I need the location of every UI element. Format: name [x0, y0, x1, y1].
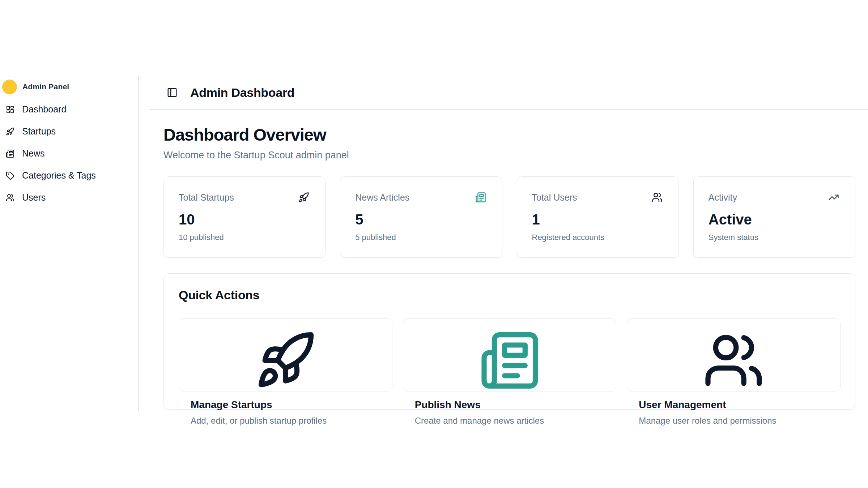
quick-action-description: Create and manage news articles: [415, 416, 605, 426]
stat-card-total-startups: Total Startups 10 10 published: [163, 176, 326, 258]
page-title: Admin Dashboard: [190, 86, 294, 100]
topbar: Admin Dashboard: [149, 76, 868, 110]
stat-card-header: Activity: [709, 192, 839, 203]
users-icon: [639, 330, 829, 391]
newspaper-icon: [475, 192, 486, 203]
rocket-icon: [298, 192, 309, 203]
sidebar-item-categories-tags[interactable]: Categories & Tags: [0, 164, 138, 187]
stat-value: 5: [355, 211, 486, 227]
sidebar-item-news[interactable]: News: [0, 142, 138, 164]
stat-label: Total Startups: [179, 192, 234, 203]
quick-action-user-management[interactable]: User Management Manage user roles and pe…: [627, 318, 841, 391]
stat-card-news-articles: News Articles 5 5 published: [340, 176, 502, 258]
sidebar-nav: Dashboard Startups News Categories & Tag…: [0, 98, 138, 209]
stat-card-activity: Activity Active System status: [693, 176, 855, 258]
stat-subtext: Registered accounts: [532, 233, 663, 242]
trending-up-icon: [828, 192, 839, 203]
quick-action-title: User Management: [639, 399, 829, 411]
stat-subtext: System status: [709, 233, 839, 242]
users-icon: [652, 192, 663, 203]
stat-card-header: Total Users: [532, 192, 663, 203]
sidebar-item-label: Dashboard: [22, 104, 66, 115]
quick-action-title: Manage Startups: [191, 399, 380, 411]
quick-action-description: Manage user roles and permissions: [639, 416, 829, 426]
sidebar-item-startups[interactable]: Startups: [0, 120, 138, 142]
sidebar-item-dashboard[interactable]: Dashboard: [0, 98, 138, 120]
stat-label: Total Users: [532, 192, 577, 203]
quick-actions-grid: Manage Startups Add, edit, or publish st…: [179, 318, 841, 391]
brand-label: Admin Panel: [22, 82, 69, 91]
tag-icon: [6, 171, 14, 180]
panel-left-icon: [167, 87, 178, 98]
quick-action-manage-startups[interactable]: Manage Startups Add, edit, or publish st…: [179, 318, 392, 391]
layout-dashboard-icon: [6, 105, 14, 114]
sidebar-toggle-button[interactable]: [167, 87, 178, 98]
rocket-icon: [6, 127, 14, 136]
stat-card-header: News Articles: [355, 192, 486, 203]
sidebar-item-label: Users: [22, 192, 46, 203]
main-area: Admin Dashboard Dashboard Overview Welco…: [149, 76, 868, 411]
newspaper-icon: [6, 149, 14, 158]
stat-value: 1: [532, 211, 663, 227]
sidebar-brand: Admin Panel: [0, 79, 138, 94]
brand-logo-circle: [2, 80, 17, 94]
stat-value: 10: [179, 211, 309, 227]
stat-subtext: 5 published: [355, 233, 486, 242]
quick-action-publish-news[interactable]: Publish News Create and manage news arti…: [403, 318, 617, 391]
stat-card-total-users: Total Users 1 Registered accounts: [517, 176, 679, 258]
quick-actions-panel: Quick Actions Manage Startups Add, edit,…: [163, 273, 855, 410]
sidebar-item-users[interactable]: Users: [0, 187, 138, 209]
stat-label: Activity: [709, 192, 737, 203]
users-icon: [6, 193, 14, 202]
stat-subtext: 10 published: [179, 233, 309, 242]
overview-title: Dashboard Overview: [163, 125, 855, 145]
app-root: Admin Panel Dashboard Startups News Cate…: [0, 76, 868, 411]
sidebar-item-label: News: [22, 148, 45, 159]
quick-action-title: Publish News: [415, 399, 605, 411]
stat-value: Active: [709, 211, 839, 227]
sidebar: Admin Panel Dashboard Startups News Cate…: [0, 76, 139, 411]
rocket-icon: [191, 330, 380, 391]
stat-label: News Articles: [355, 192, 409, 203]
quick-actions-title: Quick Actions: [179, 288, 841, 302]
dashboard-content: Dashboard Overview Welcome to the Startu…: [149, 110, 868, 410]
sidebar-item-label: Categories & Tags: [22, 170, 96, 181]
quick-action-description: Add, edit, or publish startup profiles: [191, 416, 380, 426]
stats-grid: Total Startups 10 10 published News Arti…: [163, 176, 855, 258]
sidebar-item-label: Startups: [22, 126, 56, 137]
stat-card-header: Total Startups: [179, 192, 309, 203]
overview-subtitle: Welcome to the Startup Scout admin panel: [163, 149, 855, 162]
newspaper-icon: [415, 330, 605, 391]
